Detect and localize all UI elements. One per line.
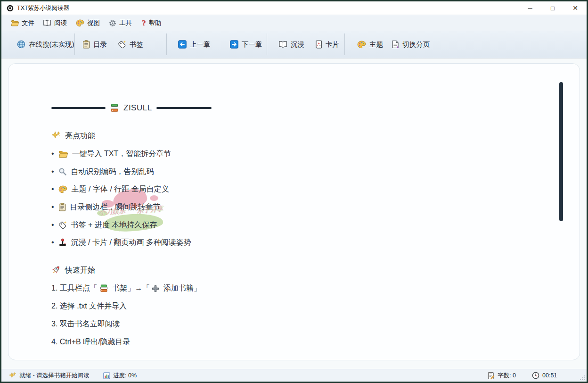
toolbar-button-toggle-pagination[interactable]: 切换分页 <box>392 37 430 51</box>
status-bar: 就绪 - 请选择书籍开始阅读 进度: 0% 字数: 0 00:51 <box>1 369 587 382</box>
open-book-icon <box>43 19 51 26</box>
feature-item: • 主题 / 字体 / 行距 全局自定义 <box>51 183 169 196</box>
feature-text: 沉浸 / 卡片 / 翻页动画 多种阅读姿势 <box>71 238 191 246</box>
books-stack-icon <box>110 104 119 112</box>
toolbar-button-prev-chapter[interactable]: 上一章 <box>178 37 211 51</box>
gear-icon <box>109 19 116 27</box>
toc-clipboard-icon <box>82 40 90 49</box>
toolbar-button-theme[interactable]: 主题 <box>357 37 383 51</box>
globe-icon <box>17 40 25 49</box>
maximize-button[interactable]: □ <box>541 1 564 15</box>
status-ready: 就绪 - 请选择书籍开始阅读 <box>9 369 90 382</box>
brand-title: ZISULL <box>123 103 152 113</box>
toolbar-button-label: 目录 <box>93 40 107 49</box>
minimize-button[interactable]: ─ <box>519 1 541 15</box>
bullet-dot: • <box>51 203 54 211</box>
arrow-right-icon <box>230 40 238 49</box>
features-heading-label: 亮点功能 <box>65 132 95 140</box>
menu-item-label: 帮助 <box>149 19 162 27</box>
folder-icon <box>58 150 68 158</box>
menu-item-label: 工具 <box>119 19 132 27</box>
toolbar-button-bookmark[interactable]: 书签 <box>118 37 143 51</box>
books-stack-icon <box>99 284 108 292</box>
toolbar: 在线搜(未实现) 目录 书签 上一章 下一章 <box>1 31 587 58</box>
status-wordcount: 字数: 0 <box>488 369 516 382</box>
toolbar-button-label: 主题 <box>369 40 383 49</box>
menu-item-label: 阅读 <box>54 19 67 27</box>
main-area: 小刀娱乐 乐于分享 ZISULL 亮点功能 <box>1 59 587 369</box>
toolbar-separator <box>166 33 167 55</box>
palette-icon <box>76 19 84 27</box>
divider-line <box>51 107 106 109</box>
plus-icon <box>152 285 159 292</box>
toolbar-button-next-chapter[interactable]: 下一章 <box>230 37 262 51</box>
step-text: 3. 双击书名立即阅读 <box>51 320 120 328</box>
card-icon <box>316 40 322 49</box>
menu-item-label: 视图 <box>87 19 100 27</box>
app-icon <box>7 5 14 12</box>
divider-line <box>156 107 212 109</box>
bullet-dot: • <box>51 238 54 246</box>
step-text: 4. Ctrl+B 呼出/隐藏目录 <box>51 338 131 346</box>
toolbar-button-card[interactable]: 卡片 <box>316 37 339 51</box>
status-time: 00:51 <box>532 369 557 382</box>
menu-item-view[interactable]: 视图 <box>74 15 102 31</box>
scrollbar-thumb[interactable] <box>559 82 563 221</box>
palette-icon <box>357 41 366 49</box>
title-bar: TXT紫苏小说阅读器 ─ □ ✕ <box>1 1 587 15</box>
quickstart-step: 4. Ctrl+B 呼出/隐藏目录 <box>51 335 131 349</box>
toolbar-button-online-search[interactable]: 在线搜(未实现) <box>17 37 74 51</box>
menu-item-help[interactable]: ? 帮助 <box>140 15 163 31</box>
features-heading: 亮点功能 <box>51 129 95 142</box>
quickstart-step: 2. 选择 .txt 文件并导入 <box>51 300 127 313</box>
toc-clipboard-icon <box>58 203 66 211</box>
step-text: 书架」→「 <box>110 284 150 292</box>
toolbar-separator <box>74 33 75 55</box>
reader-panel: 小刀娱乐 乐于分享 ZISULL 亮点功能 <box>8 63 580 360</box>
quickstart-step: 1. 工具栏点「 书架」→「 添加书籍」 <box>51 282 201 295</box>
wordcount-text: 字数: 0 <box>498 372 516 380</box>
folder-icon <box>11 20 19 26</box>
bar-chart-icon <box>103 372 110 379</box>
bullet-dot: • <box>51 185 54 193</box>
resize-grip[interactable] <box>580 375 585 381</box>
feature-text: 目录侧边栏，瞬间跳转章节 <box>70 203 161 211</box>
bookmark-tag-icon <box>118 40 126 49</box>
bullet-dot: • <box>51 167 54 175</box>
feature-item: • 一键导入 TXT，智能拆分章节 <box>51 147 171 160</box>
feature-item: • 目录侧边栏，瞬间跳转章节 <box>51 200 161 214</box>
window-title: TXT紫苏小说阅读器 <box>17 4 69 12</box>
rocket-icon <box>51 265 61 275</box>
page-icon <box>392 40 399 49</box>
open-book-icon <box>278 41 287 48</box>
palette-icon <box>58 185 67 193</box>
step-text: 添加书籍」 <box>161 284 201 292</box>
brand-divider: ZISULL <box>51 101 212 115</box>
close-button[interactable]: ✕ <box>564 1 587 15</box>
bullet-dot: • <box>51 150 54 158</box>
bullet-dot: • <box>51 221 54 229</box>
feature-text: 书签 + 进度 本地持久保存 <box>71 221 157 229</box>
joystick-icon <box>58 238 67 247</box>
menu-item-read[interactable]: 阅读 <box>41 15 69 31</box>
toolbar-button-label: 下一章 <box>242 40 262 49</box>
toolbar-button-toc[interactable]: 目录 <box>82 37 107 51</box>
menu-item-tools[interactable]: 工具 <box>107 15 134 31</box>
toolbar-button-label: 书签 <box>130 40 143 49</box>
bookmark-tag-icon <box>58 221 67 229</box>
sparkles-icon <box>9 372 16 379</box>
reader-content: ZISULL 亮点功能 • 一键导入 TXT，智能拆分章节 • <box>51 64 561 360</box>
arrow-left-icon <box>178 40 187 49</box>
step-text: 1. 工具栏点「 <box>51 284 98 292</box>
sparkles-icon <box>51 131 61 140</box>
menu-item-file[interactable]: 文件 <box>9 15 36 31</box>
toolbar-button-immersive[interactable]: 沉浸 <box>278 37 304 51</box>
feature-text: 自动识别编码，告别乱码 <box>71 167 154 175</box>
toolbar-separator <box>267 33 267 55</box>
clock-icon <box>532 372 539 379</box>
menu-item-label: 文件 <box>22 19 34 27</box>
feature-item: • 自动识别编码，告别乱码 <box>51 165 154 178</box>
status-progress: 进度: 0% <box>103 369 137 382</box>
app-window: TXT紫苏小说阅读器 ─ □ ✕ 文件 阅读 视图 <box>0 0 588 383</box>
toolbar-separator <box>344 33 345 55</box>
